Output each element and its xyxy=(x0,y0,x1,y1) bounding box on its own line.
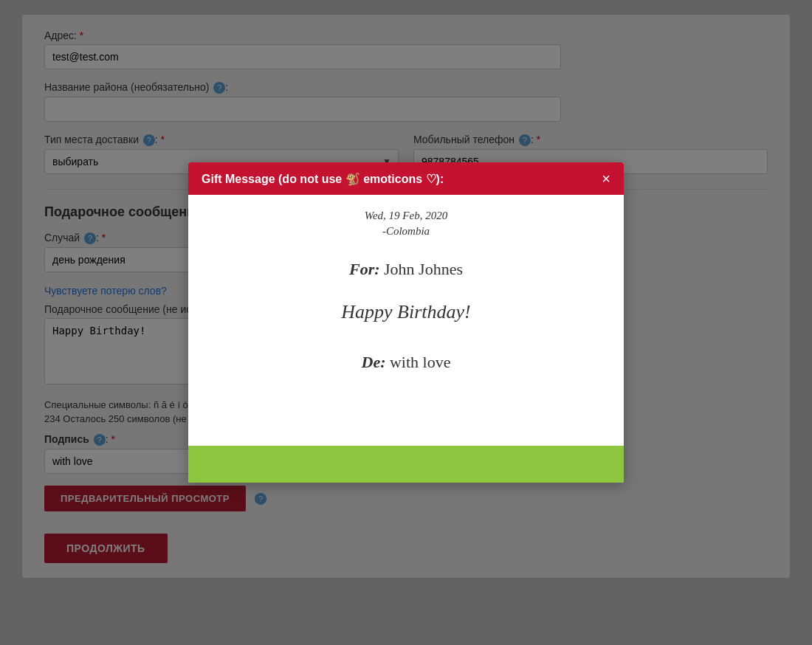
card-for-prefix: For: xyxy=(349,260,380,278)
modal-title: Gift Message (do not use 🐒 emoticons ♡): xyxy=(202,172,444,186)
modal-overlay: Gift Message (do not use 🐒 emoticons ♡):… xyxy=(0,0,812,645)
card-from-value: with love xyxy=(390,353,451,371)
card-date: Wed, 19 Feb, 2020 xyxy=(218,210,594,222)
modal-body: Wed, 19 Feb, 2020 -Colombia For: John Jo… xyxy=(188,195,624,446)
card-location: -Colombia xyxy=(218,225,594,238)
card-from: De: with love xyxy=(218,353,594,372)
modal-header: Gift Message (do not use 🐒 emoticons ♡):… xyxy=(188,162,624,195)
modal-footer xyxy=(188,446,624,483)
card-for: For: John Johnes xyxy=(218,260,594,279)
card-from-prefix: De: xyxy=(362,353,386,371)
card-message: Happy Birthday! xyxy=(218,301,594,323)
gift-message-modal: Gift Message (do not use 🐒 emoticons ♡):… xyxy=(188,162,624,483)
card-for-name: John Johnes xyxy=(384,260,463,278)
page-container: Адрес: * Название района (необязательно)… xyxy=(0,0,812,645)
modal-close-button[interactable]: × xyxy=(602,171,610,186)
